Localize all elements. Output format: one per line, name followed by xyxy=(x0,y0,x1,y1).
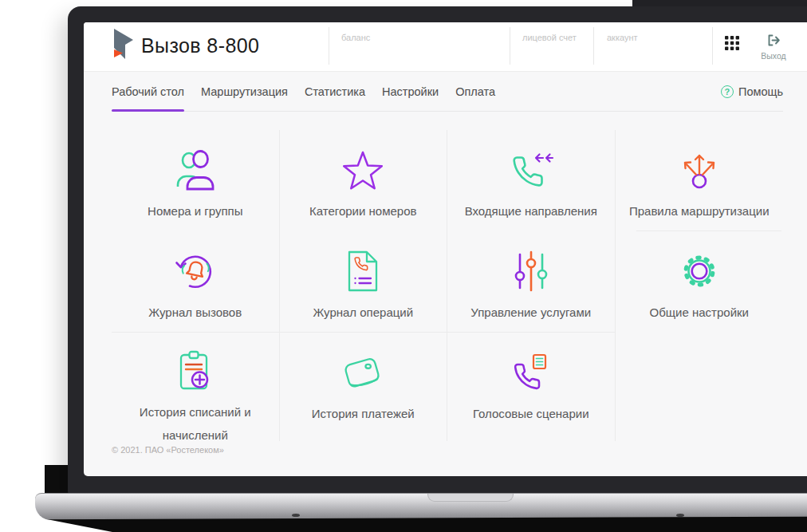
gear-icon xyxy=(677,249,722,294)
laptop-lid-notch xyxy=(427,494,514,502)
laptop-foot xyxy=(292,514,300,517)
tile-label: Журнал вызовов xyxy=(136,301,254,324)
help-label: Помощь xyxy=(738,85,783,98)
tile-incoming-directions[interactable]: Входящие направления xyxy=(447,130,616,231)
app-window: Вызов 8-800 баланс лицевой счет аккаунт xyxy=(84,22,807,476)
clipboard-plus-icon xyxy=(176,349,215,394)
laptop-base xyxy=(35,493,807,520)
rostelecom-logo-icon xyxy=(112,28,136,60)
users-icon xyxy=(174,149,217,191)
tile-label: Входящие направления xyxy=(452,199,610,223)
tab-routing[interactable]: Маршрутизация xyxy=(201,72,288,112)
header-divider xyxy=(510,27,510,65)
logout-label: Выход xyxy=(754,51,793,61)
tile-label: Общие настройки xyxy=(637,301,762,324)
sliders-icon xyxy=(513,250,549,293)
tile-label: История платежей xyxy=(299,402,427,425)
tile-voice-scenarios[interactable]: Голосовые сценарии xyxy=(447,333,616,441)
balance-label: баланс xyxy=(341,33,370,42)
dashboard-grid: Номера и группы Категории номеров xyxy=(112,130,783,441)
call-log-icon xyxy=(172,249,218,294)
tile-operations-log[interactable]: Журнал операций xyxy=(280,231,448,333)
tab-payment[interactable]: Оплата xyxy=(455,72,495,112)
apps-grid-button[interactable] xyxy=(725,36,741,52)
tile-label: Управление услугами xyxy=(458,301,604,324)
tile-call-log[interactable]: Журнал вызовов xyxy=(112,231,280,333)
header-divider xyxy=(712,27,713,65)
main-nav: Рабочий стол Маршрутизация Статистика На… xyxy=(112,72,783,112)
app-header: Вызов 8-800 баланс лицевой счет аккаунт xyxy=(84,22,807,72)
account-label: аккаунт xyxy=(607,33,638,42)
laptop-foot xyxy=(676,514,684,517)
tab-statistics[interactable]: Статистика xyxy=(305,72,365,112)
star-icon xyxy=(341,148,385,191)
tab-desktop[interactable]: Рабочий стол xyxy=(112,72,184,112)
tile-label: Категории номеров xyxy=(297,199,429,223)
tile-label: Журнал операций xyxy=(300,301,426,324)
routing-arrows-icon xyxy=(677,148,722,192)
tile-general-settings[interactable]: Общие настройки xyxy=(616,231,784,333)
header-divider xyxy=(329,27,329,65)
incoming-call-icon xyxy=(508,148,554,191)
header-divider xyxy=(593,27,594,65)
tile-routing-rules[interactable]: Правила маршрутизации xyxy=(616,130,784,231)
app-title: Вызов 8-800 xyxy=(141,34,259,57)
tile-service-management[interactable]: Управление услугами xyxy=(447,231,616,333)
tile-numbers-and-groups[interactable]: Номера и группы xyxy=(112,130,280,231)
tile-label: Номера и группы xyxy=(135,199,255,223)
tile-payment-history[interactable]: История платежей xyxy=(280,333,448,441)
voice-script-icon xyxy=(510,351,553,394)
personal-account-label: лицевой счет xyxy=(522,33,577,42)
help-link[interactable]: ? Помощь xyxy=(721,72,783,112)
question-circle-icon: ? xyxy=(721,85,734,98)
tile-charges-history[interactable]: История списаний и начислений xyxy=(112,333,280,441)
tile-number-categories[interactable]: Категории номеров xyxy=(280,130,448,231)
tile-label: Правила маршрутизации xyxy=(616,199,782,223)
logout-icon xyxy=(766,33,781,47)
apps-grid-icon xyxy=(725,36,739,50)
tile-label: Голосовые сценарии xyxy=(460,402,602,425)
laptop-screen-bezel: Вызов 8-800 баланс лицевой счет аккаунт xyxy=(68,6,807,496)
operations-log-icon xyxy=(346,250,380,293)
tile-empty xyxy=(616,333,784,441)
laptop-mockup: Вызов 8-800 баланс лицевой счет аккаунт xyxy=(0,0,807,532)
logout-button[interactable]: Выход xyxy=(754,33,793,61)
page-content: Рабочий стол Маршрутизация Статистика На… xyxy=(112,72,783,455)
tile-label: История списаний и начислений xyxy=(112,400,279,447)
tab-settings[interactable]: Настройки xyxy=(382,72,439,112)
wallet-icon xyxy=(341,352,385,393)
